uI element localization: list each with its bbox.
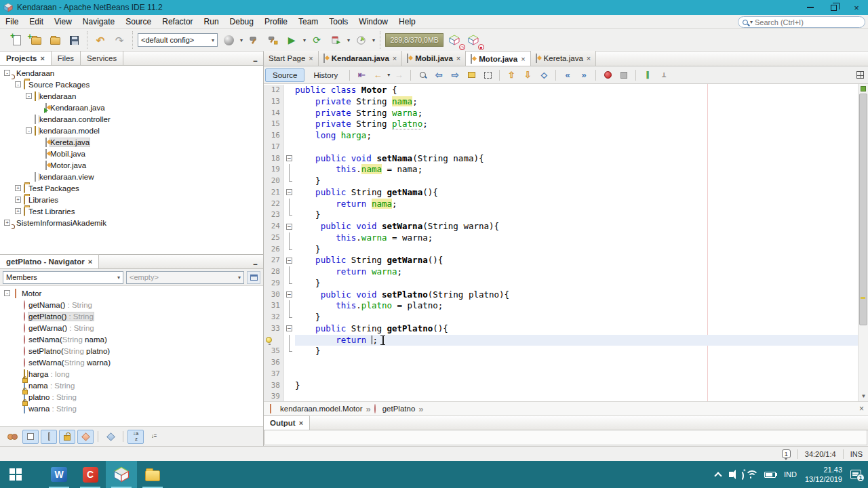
show-static-button[interactable] bbox=[41, 430, 57, 444]
editor-tab-mobil-java[interactable]: Mobil.java× bbox=[402, 51, 466, 66]
redo-button[interactable]: ↷ bbox=[111, 32, 127, 48]
battery-icon[interactable] bbox=[764, 472, 776, 478]
split-editor-icon[interactable] bbox=[856, 71, 864, 79]
next-bookmark-button[interactable]: ⇩ bbox=[520, 68, 535, 83]
scroll-down-icon[interactable]: ▼ bbox=[859, 392, 868, 401]
taskbar-word-button[interactable]: W bbox=[43, 461, 75, 488]
forward-button[interactable]: → bbox=[391, 68, 406, 83]
open-dialog-button[interactable] bbox=[247, 271, 260, 284]
tree-item-test-libraries[interactable]: +Test Libraries bbox=[0, 205, 263, 217]
tree-item-kereta-java[interactable]: Kereta.java bbox=[0, 136, 263, 148]
member-nama[interactable]: nama : String bbox=[0, 380, 263, 391]
wifi-icon[interactable]: * bbox=[745, 470, 756, 479]
code-line-21[interactable]: 21− public String getNama(){ bbox=[264, 187, 858, 199]
uncomment-button[interactable]: ⊥ bbox=[656, 68, 671, 83]
new-project-button[interactable] bbox=[28, 32, 44, 48]
taskbar-camtasia-button[interactable]: C bbox=[75, 461, 106, 488]
close-tab-icon[interactable]: × bbox=[521, 55, 525, 63]
code-line-22[interactable]: 22 return nama; bbox=[264, 199, 858, 210]
menu-run[interactable]: Run bbox=[199, 16, 224, 28]
tree-item-mobil-java[interactable]: Mobil.java bbox=[0, 148, 263, 159]
code-line-35[interactable]: 35 } bbox=[264, 346, 858, 357]
collapse-icon[interactable]: - bbox=[4, 290, 10, 296]
code-line-29[interactable]: 29 } bbox=[264, 278, 858, 289]
close-icon[interactable]: × bbox=[299, 419, 303, 427]
language-indicator[interactable]: IND bbox=[784, 470, 797, 479]
back-button[interactable]: ← bbox=[370, 68, 385, 83]
notifications-icon[interactable]: 1 bbox=[782, 449, 791, 458]
minimize-panel-icon[interactable]: − bbox=[248, 260, 263, 268]
toggle-breakpoint-button[interactable] bbox=[600, 68, 615, 83]
show-non-public-button[interactable] bbox=[59, 430, 75, 444]
stop-button[interactable] bbox=[616, 68, 631, 83]
code-line-39[interactable]: 39 bbox=[264, 391, 858, 401]
editor-tab-motor-java[interactable]: Motor.java× bbox=[466, 51, 530, 66]
build-project-button[interactable] bbox=[245, 32, 262, 48]
tree-item-kendaraan[interactable]: -kendaraan bbox=[0, 90, 263, 102]
hint-lightbulb-icon[interactable] bbox=[266, 337, 272, 343]
code-line-26[interactable]: 26 } bbox=[264, 244, 858, 256]
code-line-31[interactable]: 31 this.platno = platno; bbox=[264, 300, 858, 312]
expand-icon[interactable]: + bbox=[15, 185, 21, 191]
editor-tab-kereta-java[interactable]: Kereta.java× bbox=[531, 51, 597, 66]
scrollbar-thumb[interactable] bbox=[859, 94, 867, 325]
code-line-37[interactable]: 37 bbox=[264, 369, 858, 380]
code-line-30[interactable]: 30− public void setPlatno(String platno)… bbox=[264, 289, 858, 301]
code-line-23[interactable]: 23 } bbox=[264, 209, 858, 221]
breadcrumb-item[interactable]: kendaraan.model.Motor bbox=[280, 405, 362, 413]
tree-item-kendaraan-view[interactable]: kendaraan.view bbox=[0, 171, 263, 182]
previous-bookmark-button[interactable]: ⇧ bbox=[504, 68, 519, 83]
new-file-button[interactable] bbox=[9, 32, 25, 48]
tree-item-source-packages[interactable]: -Source Packages bbox=[0, 79, 263, 90]
profile-project-button[interactable] bbox=[353, 32, 369, 48]
breadcrumb-item[interactable]: getPlatno bbox=[382, 405, 416, 413]
expand-icon[interactable]: + bbox=[15, 208, 21, 214]
code-line-36[interactable]: 36 bbox=[264, 357, 858, 369]
search-box[interactable]: ▾ bbox=[738, 16, 865, 28]
show-inner-classes-button[interactable] bbox=[77, 430, 94, 444]
shift-left-button[interactable]: « bbox=[560, 68, 575, 83]
menu-profile[interactable]: Profile bbox=[259, 16, 293, 28]
editor-tab-start-page[interactable]: Start Page× bbox=[264, 51, 319, 66]
debug-project-button[interactable] bbox=[328, 32, 344, 48]
clean-build-button[interactable] bbox=[264, 32, 281, 48]
menu-source[interactable]: Source bbox=[120, 16, 157, 28]
start-button[interactable] bbox=[0, 461, 31, 488]
close-icon[interactable]: × bbox=[40, 54, 44, 62]
previous-occurrence-button[interactable]: ⇦ bbox=[431, 68, 446, 83]
menu-navigate[interactable]: Navigate bbox=[77, 16, 120, 28]
save-all-button[interactable] bbox=[66, 32, 82, 48]
search-input[interactable] bbox=[755, 18, 850, 26]
menu-edit[interactable]: Edit bbox=[24, 16, 49, 28]
tree-item-kendaraan-controller[interactable]: kendaraan.controller bbox=[0, 113, 263, 125]
code-line-27[interactable]: 27− public String getWarna(){ bbox=[264, 255, 858, 266]
tree-item-sisteminformasiakademik[interactable]: +SistemInformasiAkademik bbox=[0, 217, 263, 228]
member-getwarna-[interactable]: getWarna() : String bbox=[0, 322, 263, 333]
member-setplatno-[interactable]: setPlatno(String platno) bbox=[0, 345, 263, 357]
config-caret-icon[interactable]: ▾ bbox=[240, 37, 243, 43]
code-line-13[interactable]: 13 private String nama; bbox=[264, 96, 858, 108]
expand-icon[interactable]: + bbox=[4, 220, 10, 226]
tree-item-kendaraan[interactable]: -Kendaraan bbox=[0, 67, 263, 79]
fold-collapse-icon[interactable]: − bbox=[286, 155, 292, 161]
code-line-17[interactable]: 17 bbox=[264, 142, 858, 153]
member-platno[interactable]: platno : String bbox=[0, 391, 263, 403]
code-line-38[interactable]: 38} bbox=[264, 380, 858, 392]
member-setnama-[interactable]: setNama(String nama) bbox=[0, 333, 263, 345]
comment-button[interactable]: ∥ bbox=[640, 68, 655, 83]
run-caret-icon[interactable]: ▾ bbox=[303, 37, 306, 43]
close-tab-icon[interactable]: × bbox=[587, 54, 591, 62]
expand-icon[interactable]: + bbox=[15, 197, 21, 203]
code-line-16[interactable]: 16 long harga; bbox=[264, 130, 858, 142]
menu-help[interactable]: Help bbox=[393, 16, 421, 28]
view-history-button[interactable]: History bbox=[306, 68, 345, 82]
run-project-button[interactable]: ▶ bbox=[283, 32, 300, 48]
editor-scrollbar[interactable]: ▲ ▼ bbox=[858, 84, 868, 401]
code-editor[interactable]: 12public class Motor {13 private String … bbox=[264, 84, 868, 401]
toggle-bookmark-button[interactable]: ⬦ bbox=[536, 68, 551, 83]
member-getnama-[interactable]: getNama() : String bbox=[0, 299, 263, 310]
code-line-24[interactable]: 24− public void setWarna(String warna){ bbox=[264, 221, 858, 232]
fold-collapse-icon[interactable]: − bbox=[286, 189, 292, 195]
code-line-28[interactable]: 28 return warna; bbox=[264, 266, 858, 278]
undo-button[interactable]: ↶ bbox=[92, 32, 108, 48]
